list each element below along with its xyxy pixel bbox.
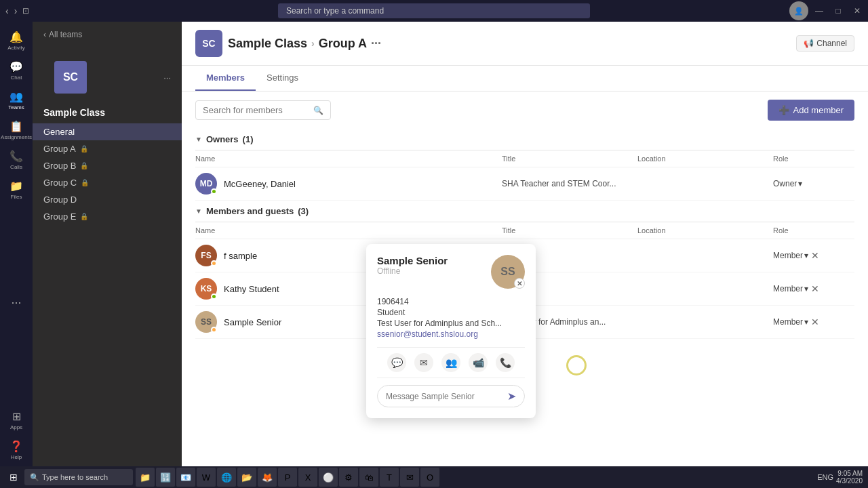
popup-video-btn[interactable]: 📹 bbox=[469, 353, 488, 372]
member-name-kathy: Kathy Student bbox=[224, 284, 279, 294]
taskbar-app-calculator[interactable]: 🔢 bbox=[156, 468, 175, 487]
search-members-input[interactable] bbox=[203, 105, 309, 115]
popup-org-btn[interactable]: 👥 bbox=[441, 353, 460, 372]
popup-call-btn[interactable]: 📞 bbox=[496, 353, 515, 372]
close-btn[interactable]: ✕ bbox=[849, 3, 865, 19]
popup-message-box[interactable]: ➤ bbox=[377, 385, 525, 407]
sidebar-item-chat[interactable]: 💬 Chat bbox=[3, 57, 30, 84]
tab-members[interactable]: Members bbox=[195, 66, 256, 91]
taskbar-app-chrome[interactable]: ⚪ bbox=[319, 468, 338, 487]
member-role-btn-fsample[interactable]: Member ▾ bbox=[773, 251, 808, 260]
channel-item-groupb[interactable]: Group B 🔒 bbox=[33, 157, 182, 174]
assignments-icon: 📋 bbox=[9, 120, 23, 133]
owner-row-mcgeeney: MD McGeeney, Daniel SHA Teacher and STEM… bbox=[195, 167, 854, 201]
owners-count: (1) bbox=[243, 134, 254, 144]
members-section-header[interactable]: ▼ Members and guests (3) bbox=[195, 201, 854, 222]
search-members-box[interactable]: 🔍 bbox=[195, 100, 331, 120]
owners-col-role: Role bbox=[773, 155, 854, 163]
owners-section-header[interactable]: ▼ Owners (1) bbox=[195, 129, 854, 150]
files-icon: 📁 bbox=[9, 180, 23, 192]
taskbar-app-firefox[interactable]: 🦊 bbox=[258, 468, 277, 487]
remove-member-btn-ssenior[interactable]: ✕ bbox=[811, 317, 819, 327]
channel-name-groupc: Group C bbox=[43, 178, 77, 188]
taskbar-app-mail[interactable]: ✉ bbox=[400, 468, 419, 487]
popup-chat-btn[interactable]: 💬 bbox=[387, 353, 406, 372]
taskbar-app-excel[interactable]: X bbox=[298, 468, 317, 487]
channel-name-groupd: Group D bbox=[43, 195, 77, 205]
members-count: (3) bbox=[298, 206, 309, 216]
taskbar-app-store[interactable]: 🛍 bbox=[359, 468, 378, 487]
channel-item-groupe[interactable]: Group E 🔒 bbox=[33, 208, 182, 225]
taskbar-app-explorer[interactable]: 📁 bbox=[136, 468, 155, 487]
member-role-btn-ssenior[interactable]: Member ▾ bbox=[773, 317, 808, 327]
back-nav-btn[interactable]: ‹ bbox=[5, 5, 9, 16]
popup-name: Sample Senior bbox=[377, 255, 491, 266]
activity-icon: 🔔 bbox=[9, 30, 23, 43]
channel-item-groupa[interactable]: Group A 🔒 bbox=[33, 140, 182, 157]
channel-item-groupc[interactable]: Group C 🔒 bbox=[33, 174, 182, 191]
sidebar-item-apps[interactable]: ⊞ Apps bbox=[3, 407, 30, 434]
popup-email[interactable]: ssenior@student.shslou.org bbox=[377, 329, 525, 339]
team-options-btn[interactable]: ··· bbox=[163, 73, 171, 83]
sidebar-item-activity[interactable]: 🔔 Activity bbox=[3, 27, 30, 54]
member-role-btn-kathy[interactable]: Member ▾ bbox=[773, 284, 808, 293]
sidebar-item-files[interactable]: 📁 Files bbox=[3, 176, 30, 203]
refresh-icon[interactable]: ⊡ bbox=[22, 6, 29, 16]
taskbar-app-teams2[interactable]: T bbox=[380, 468, 399, 487]
all-teams-link[interactable]: ‹ All teams bbox=[33, 22, 182, 47]
maximize-btn[interactable]: □ bbox=[830, 3, 846, 19]
popup-email-icon: ✉ bbox=[414, 353, 433, 372]
popup-status: Offline bbox=[377, 266, 491, 276]
title-bar: ‹ › ⊡ Search or type a command 👤 — □ ✕ bbox=[0, 0, 868, 22]
sidebar-item-teams[interactable]: 👥 Teams bbox=[3, 87, 30, 114]
channel-item-groupd[interactable]: Group D bbox=[33, 191, 182, 208]
popup-send-btn[interactable]: ➤ bbox=[507, 390, 516, 403]
role-chevron-icon: ▾ bbox=[798, 179, 802, 188]
taskbar-app-ppt[interactable]: P bbox=[278, 468, 297, 487]
taskbar-start-btn[interactable]: ⊞ bbox=[3, 466, 24, 488]
popup-message-input[interactable] bbox=[386, 392, 502, 401]
taskbar-app-settings[interactable]: ⚙ bbox=[339, 468, 358, 487]
sidebar-item-help[interactable]: ❓ Help bbox=[3, 436, 30, 464]
tabs-bar: Members Settings bbox=[182, 66, 868, 92]
owners-col-name: Name bbox=[195, 155, 502, 163]
sidebar-item-calls[interactable]: 📞 Calls bbox=[3, 146, 30, 174]
remove-member-btn-fsample[interactable]: ✕ bbox=[811, 250, 819, 261]
breadcrumb-text: Sample Class › Group A ··· bbox=[228, 37, 381, 51]
taskbar-app-files2[interactable]: 📂 bbox=[237, 468, 256, 487]
taskbar-app-browser[interactable]: 🌐 bbox=[217, 468, 236, 487]
popup-chat-icon: 💬 bbox=[387, 353, 406, 372]
popup-close-btn[interactable]: ✕ bbox=[514, 278, 525, 289]
member-name-fsample: f sample bbox=[224, 251, 257, 261]
member-role-cell-fsample: Member ▾ ✕ bbox=[773, 250, 854, 261]
minimize-btn[interactable]: — bbox=[811, 3, 827, 19]
members-toolbar: 🔍 ➕ Add member bbox=[182, 92, 868, 129]
taskbar-app-outlook[interactable]: 📧 bbox=[176, 468, 195, 487]
taskbar-clock: 9:05 AM 4/3/2020 bbox=[836, 470, 863, 485]
back-arrow-icon: ‹ bbox=[43, 30, 46, 39]
member-role-cell-ssenior: Member ▾ ✕ bbox=[773, 317, 854, 327]
taskbar-search-box[interactable]: 🔍 Type here to search bbox=[24, 469, 133, 485]
sidebar-item-assignments[interactable]: 📋 Assignments bbox=[3, 117, 30, 144]
member-avatar-ssenior: SS bbox=[195, 311, 217, 333]
owner-role-btn-mcgeeney[interactable]: Owner ▾ bbox=[773, 179, 802, 188]
remove-member-btn-kathy[interactable]: ✕ bbox=[811, 283, 819, 294]
sidebar-more-btn[interactable]: ··· bbox=[11, 296, 21, 310]
taskbar-app-word[interactable]: W bbox=[197, 468, 216, 487]
teams-icon: 👥 bbox=[9, 90, 23, 103]
owner-info-mcgeeney: MD McGeeney, Daniel bbox=[195, 173, 502, 195]
popup-email-btn[interactable]: ✉ bbox=[414, 353, 433, 372]
tab-settings[interactable]: Settings bbox=[256, 66, 309, 91]
popup-description: Test User for Adminplus and Sch... bbox=[377, 319, 525, 328]
add-member-btn[interactable]: ➕ Add member bbox=[768, 100, 854, 121]
search-icon: 🔍 bbox=[313, 106, 323, 115]
user-avatar[interactable]: 👤 bbox=[789, 1, 808, 20]
channel-badge[interactable]: 📢 Channel bbox=[796, 35, 854, 52]
owner-avatar-mcgeeney: MD bbox=[195, 173, 217, 195]
channel-icon: 📢 bbox=[804, 39, 814, 48]
channel-item-general[interactable]: General bbox=[33, 123, 182, 140]
forward-nav-btn[interactable]: › bbox=[14, 5, 18, 16]
taskbar-app-outlook2[interactable]: O bbox=[420, 468, 439, 487]
breadcrumb-more-btn[interactable]: ··· bbox=[371, 37, 381, 51]
title-search-box[interactable]: Search or type a command bbox=[278, 3, 590, 18]
